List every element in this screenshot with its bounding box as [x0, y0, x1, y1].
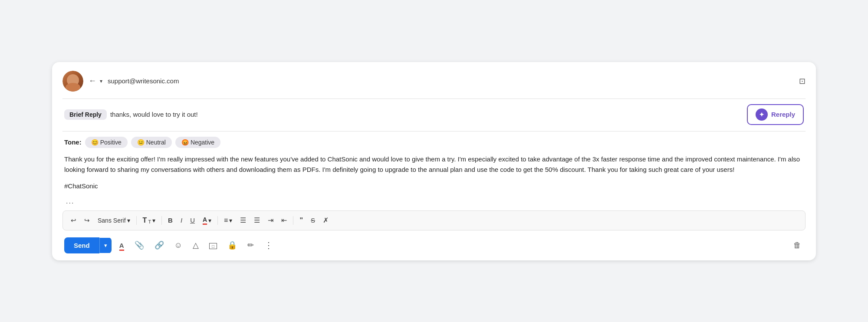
numbered-list-icon: ☰: [240, 216, 246, 224]
rereply-label: Rereply: [771, 111, 795, 118]
pen-icon: ✏: [247, 241, 254, 250]
header-actions: ← ▾ support@writesonic.com ⊡: [88, 75, 806, 87]
recipient-email: support@writesonic.com: [108, 77, 179, 85]
photo-icon: □: [209, 243, 217, 249]
font-dropdown-arrow: ▾: [127, 217, 130, 224]
quote-button[interactable]: ": [297, 215, 306, 226]
email-compose-panel: ← ▾ support@writesonic.com ⊡ Brief Reply…: [52, 62, 816, 260]
underline-button[interactable]: U: [187, 215, 197, 226]
bottom-action-bar: Send ▾ A 📎 🔗 ☺ △ □ 🔒 ✏ ⋮ 🗑: [62, 236, 806, 253]
font-color-dropdown: ▾: [208, 217, 211, 224]
rereply-button[interactable]: ✦ Rereply: [747, 104, 804, 125]
text-size-icon: T: [143, 217, 147, 224]
more-options-icon: ⋮: [264, 240, 273, 250]
strikethrough-button[interactable]: S: [308, 215, 318, 226]
pen-button[interactable]: ✏: [245, 238, 256, 253]
tone-divider: [62, 131, 806, 131]
indent-decrease-icon: ⇤: [281, 216, 287, 224]
brief-reply-content: Brief Reply thanks, would love to try it…: [64, 109, 198, 120]
toolbar-divider-1: [136, 216, 137, 225]
header-divider: [62, 99, 806, 99]
numbered-list-button[interactable]: ☰: [237, 214, 249, 226]
quote-icon: ": [299, 217, 303, 224]
rereply-icon: ✦: [756, 108, 768, 121]
strikethrough-icon: S: [311, 217, 315, 224]
indent-decrease-button[interactable]: ⇤: [279, 214, 289, 226]
attach-button[interactable]: 📎: [132, 238, 147, 253]
positive-emoji: 😊: [91, 139, 99, 146]
send-button-group: Send ▾: [64, 237, 112, 253]
dropdown-icon[interactable]: ▾: [99, 76, 103, 86]
neutral-emoji: 😐: [137, 139, 145, 146]
trash-icon-symbol: 🗑: [793, 241, 801, 250]
text-size-sub: T: [148, 219, 151, 224]
trash-button[interactable]: 🗑: [791, 238, 804, 253]
emoji-button[interactable]: ☺: [172, 238, 185, 253]
bullet-list-icon: ☰: [254, 216, 260, 224]
negative-label: Negative: [191, 139, 214, 146]
align-icon: ≡: [224, 217, 228, 224]
tone-positive[interactable]: 😊 Positive: [85, 137, 128, 148]
text-color-a-icon: A: [119, 242, 124, 251]
drive-button[interactable]: △: [190, 238, 201, 253]
formatting-toolbar: ↩ ↪ Sans Serif ▾ T T ▾ B I U A ▾ ≡ ▾ ☰: [62, 210, 806, 230]
drive-icon: △: [193, 241, 199, 250]
link-icon: 🔗: [155, 241, 164, 250]
clear-icon: ✗: [323, 216, 329, 224]
brief-reply-text: thanks, would love to try it out!: [110, 111, 198, 118]
more-options-button[interactable]: ⋮: [262, 237, 276, 253]
bullet-list-button[interactable]: ☰: [251, 214, 263, 226]
align-selector[interactable]: ≡ ▾: [221, 215, 235, 226]
body-paragraph: Thank you for the exciting offer! I'm re…: [64, 155, 800, 173]
toolbar-divider-3: [217, 216, 218, 225]
link-button[interactable]: 🔗: [152, 238, 167, 253]
brief-reply-row: Brief Reply thanks, would love to try it…: [62, 104, 806, 125]
font-color-a: A: [203, 216, 207, 225]
avatar: [62, 71, 83, 92]
body-hashtag: #ChatSonic: [64, 181, 804, 191]
header-row: ← ▾ support@writesonic.com ⊡: [62, 71, 806, 92]
font-name: Sans Serif: [98, 217, 126, 224]
toolbar-divider-2: [161, 216, 162, 225]
tone-row: Tone: 😊 Positive 😐 Neutral 😡 Negative: [62, 137, 806, 148]
clear-formatting-button[interactable]: ✗: [320, 214, 331, 226]
font-color-selector[interactable]: A ▾: [200, 214, 214, 227]
negative-emoji: 😡: [181, 139, 189, 146]
tone-neutral[interactable]: 😐 Neutral: [131, 137, 172, 148]
send-dropdown-button[interactable]: ▾: [99, 238, 112, 253]
send-button[interactable]: Send: [64, 237, 99, 253]
lock-icon: 🔒: [227, 241, 237, 250]
more-options-dots[interactable]: ···: [62, 197, 78, 209]
expand-icon[interactable]: ⊡: [799, 76, 806, 86]
photo-button[interactable]: □: [207, 238, 220, 253]
brief-reply-badge: Brief Reply: [64, 109, 107, 120]
lock-button[interactable]: 🔒: [225, 238, 240, 253]
redo-button[interactable]: ↪: [82, 215, 92, 226]
positive-label: Positive: [100, 139, 122, 146]
text-size-dropdown-arrow: ▾: [152, 217, 155, 224]
back-icon[interactable]: ←: [88, 75, 97, 87]
indent-increase-icon: ⇥: [268, 216, 273, 224]
emoji-icon: ☺: [174, 241, 182, 250]
tone-label: Tone:: [64, 138, 82, 146]
text-color-icon-button[interactable]: A: [117, 238, 127, 253]
font-selector[interactable]: Sans Serif ▾: [95, 215, 133, 226]
tone-negative[interactable]: 😡 Negative: [175, 137, 220, 148]
italic-button[interactable]: I: [178, 215, 185, 226]
align-dropdown: ▾: [229, 217, 232, 224]
toolbar-divider-4: [293, 216, 293, 225]
neutral-label: Neutral: [146, 139, 166, 146]
text-size-selector[interactable]: T T ▾: [140, 215, 158, 226]
undo-button[interactable]: ↩: [68, 215, 79, 226]
email-body: Thank you for the exciting offer! I'm re…: [62, 154, 806, 191]
bold-button[interactable]: B: [165, 215, 175, 226]
attach-icon: 📎: [135, 241, 144, 250]
indent-increase-button[interactable]: ⇥: [265, 214, 276, 226]
